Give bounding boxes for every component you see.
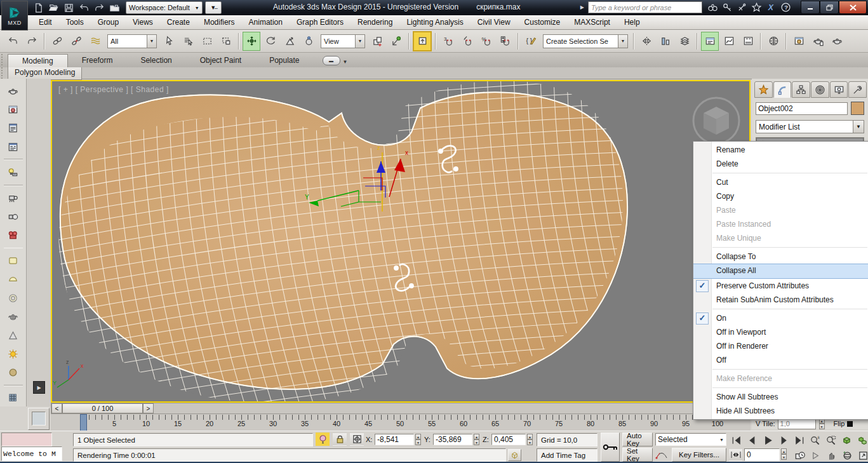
snap-angle-icon[interactable] (458, 32, 476, 51)
pivot-center-icon[interactable] (368, 32, 386, 51)
search-binoculars-icon[interactable] (706, 2, 719, 13)
menu-civil-view[interactable]: Civil View (471, 16, 517, 29)
play-icon[interactable] (761, 433, 775, 447)
save-file-icon[interactable] (62, 1, 75, 14)
coord-system-combo[interactable]: View▼ (321, 34, 365, 48)
rail-cone-icon[interactable] (3, 327, 24, 344)
rail-camera3-icon[interactable] (3, 227, 24, 243)
application-menu-button[interactable]: MXD (1, 1, 28, 30)
create-tab[interactable] (754, 81, 773, 98)
communication-center-icon[interactable] (735, 2, 748, 13)
menu-customize[interactable]: Customize (517, 16, 568, 29)
menu-item-show-all-subtrees[interactable]: Show All Subtrees (693, 390, 868, 404)
rail-array-icon[interactable] (3, 390, 24, 406)
auto-key-button[interactable]: Auto Key (622, 433, 653, 446)
rail-frame-icon[interactable] (3, 101, 24, 117)
zoom-extents-icon[interactable] (839, 433, 854, 447)
menu-item-on[interactable]: On✓ (693, 311, 868, 325)
license-key-icon[interactable] (721, 2, 733, 13)
menu-graph-editors[interactable]: Graph Editors (290, 16, 351, 29)
ribbon-tab-populate[interactable]: Populate (255, 54, 313, 67)
menu-lighting-analysis[interactable]: Lighting Analysis (399, 16, 470, 29)
next-frame-icon[interactable] (777, 433, 791, 447)
menu-animation[interactable]: Animation (242, 16, 290, 29)
maximize-viewport-icon[interactable] (856, 448, 868, 462)
next-arrow-icon[interactable] (808, 448, 823, 462)
motion-tab[interactable] (811, 81, 829, 98)
key-filters-button[interactable]: Key Filters... (672, 448, 726, 462)
set-keys-button[interactable] (601, 433, 620, 462)
menu-item-off-in-viewport[interactable]: Off in Viewport (693, 325, 868, 339)
project-folder-icon[interactable] (108, 1, 121, 14)
manipulate-icon[interactable] (387, 32, 405, 51)
z-coord-field[interactable]: 0,405 (491, 434, 526, 445)
help-icon[interactable]: ? (779, 2, 792, 13)
selection-lock-icon[interactable] (333, 433, 347, 446)
region-rect-icon[interactable] (198, 32, 216, 51)
snap-percent-icon[interactable]: % (477, 32, 495, 51)
zoom-icon[interactable]: ± (808, 433, 822, 447)
absolute-mode-icon[interactable] (350, 433, 364, 446)
redo-icon[interactable] (23, 32, 41, 51)
workspace-combo[interactable]: Workspace: Default ▼ (126, 1, 203, 14)
modifier-list-dropdown[interactable]: Modifier List ▼ (756, 120, 864, 133)
ribbon-tab-object-paint[interactable]: Object Paint (186, 54, 255, 67)
render-setup-icon[interactable] (765, 32, 782, 51)
polygon-modeling-panel-tab[interactable]: Polygon Modeling (8, 67, 82, 80)
next-frame-button[interactable]: > (143, 403, 154, 413)
menu-maxscript[interactable]: MAXScript (567, 16, 617, 29)
menu-item-copy[interactable]: Copy (693, 189, 868, 203)
set-key-button[interactable]: Set Key (622, 448, 653, 462)
current-frame-field[interactable]: 0 (744, 448, 780, 461)
align-icon[interactable] (657, 32, 674, 51)
rotate-icon[interactable] (262, 32, 279, 51)
rendered-frame-icon[interactable] (790, 32, 808, 51)
viewport-label[interactable]: [ + ] [ Perspective ] [ Shaded ] (58, 85, 169, 94)
rail-dialog1-icon[interactable] (3, 120, 24, 137)
menu-modifiers[interactable]: Modifiers (197, 16, 242, 29)
expand-arrow-icon[interactable]: ▶ (580, 4, 584, 10)
time-config-icon[interactable] (792, 448, 807, 462)
minimize-button[interactable] (801, 1, 820, 14)
rail-plane-icon[interactable] (3, 252, 24, 269)
workspace-menu-button[interactable]: ▼̶ (205, 1, 222, 14)
render-production-icon[interactable] (809, 32, 827, 51)
ribbon-options-caret[interactable]: ▼ (343, 59, 348, 65)
snap-3d-icon[interactable]: 3 (439, 32, 457, 51)
ribbon-tab-selection[interactable]: Selection (126, 54, 185, 67)
render-icon[interactable] (828, 32, 846, 51)
menu-item-hide-all-subtrees[interactable]: Hide All Subtrees (693, 404, 868, 418)
orbit-icon[interactable] (840, 448, 855, 462)
zoom-region-icon[interactable] (824, 433, 838, 447)
rail-dome-icon[interactable] (3, 271, 24, 288)
select-by-name-icon[interactable] (179, 32, 197, 51)
undo-icon[interactable] (4, 32, 22, 51)
previous-frame-icon[interactable] (745, 433, 759, 447)
link-icon[interactable] (48, 32, 66, 51)
key-step-toggle-icon[interactable] (729, 448, 742, 461)
restore-button[interactable] (820, 1, 839, 14)
rail-teapot-icon[interactable] (3, 83, 24, 99)
redo-icon[interactable] (93, 1, 105, 14)
menu-views[interactable]: Views (126, 16, 160, 29)
move-icon[interactable] (243, 32, 260, 51)
menu-rendering[interactable]: Rendering (351, 16, 399, 29)
go-to-start-icon[interactable] (729, 433, 744, 447)
selection-filter-combo[interactable]: All▼ (107, 34, 157, 48)
zoom-extents-all-icon[interactable] (855, 433, 868, 447)
key-mode-dropdown[interactable]: Selected▼ (655, 433, 726, 446)
mirror-icon[interactable] (638, 32, 655, 51)
utilities-tab[interactable] (848, 81, 867, 98)
time-slider-track[interactable]: < 0 / 100 > (51, 403, 751, 414)
menu-group[interactable]: Group (91, 16, 126, 29)
previous-frame-button[interactable]: < (51, 403, 62, 413)
rail-camera2-icon[interactable] (3, 208, 24, 225)
open-file-icon[interactable] (47, 1, 60, 14)
select-object-icon[interactable] (160, 32, 178, 51)
menu-item-off-in-renderer[interactable]: Off in Renderer (693, 339, 868, 353)
select-place-icon[interactable] (300, 32, 317, 51)
time-slider-handle[interactable]: 0 / 100 (62, 403, 143, 413)
rail-ring-icon[interactable] (3, 290, 24, 306)
ribbon-toggle-icon[interactable] (701, 32, 719, 51)
rail-sphere-icon[interactable] (3, 365, 24, 381)
